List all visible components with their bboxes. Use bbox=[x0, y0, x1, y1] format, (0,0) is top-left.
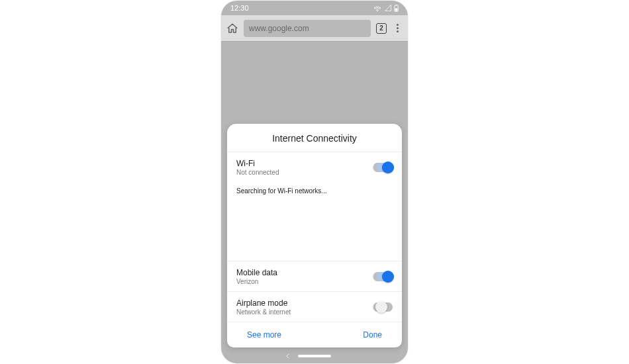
signal-icon bbox=[385, 5, 391, 11]
airplane-mode-row[interactable]: Airplane mode Network & internet bbox=[227, 291, 402, 322]
url-text: www.google.com bbox=[249, 24, 309, 33]
wifi-subtitle: Not connected bbox=[236, 169, 279, 176]
sheet-title: Internet Connectivity bbox=[227, 124, 402, 152]
back-icon[interactable] bbox=[285, 353, 291, 359]
see-more-button[interactable]: See more bbox=[247, 330, 281, 340]
battery-icon bbox=[394, 5, 399, 12]
mobile-data-title: Mobile data bbox=[236, 268, 277, 277]
wifi-row[interactable]: Wi-Fi Not connected bbox=[227, 152, 402, 182]
phone-frame: 12:30 www.google.com 2 Internet Connecti… bbox=[221, 1, 408, 363]
mobile-data-subtitle: Verizon bbox=[236, 278, 277, 285]
wifi-toggle[interactable] bbox=[373, 163, 393, 172]
internet-connectivity-sheet: Internet Connectivity Wi-Fi Not connecte… bbox=[227, 124, 402, 347]
tab-count: 2 bbox=[379, 24, 383, 32]
status-bar: 12:30 bbox=[221, 1, 408, 15]
sheet-actions: See more Done bbox=[227, 322, 402, 347]
mobile-data-row[interactable]: Mobile data Verizon bbox=[227, 261, 402, 291]
done-button[interactable]: Done bbox=[363, 330, 382, 340]
wifi-searching-text: Searching for Wi-Fi networks... bbox=[227, 182, 402, 261]
mobile-data-toggle[interactable] bbox=[373, 272, 393, 281]
system-nav-bar bbox=[221, 349, 408, 363]
airplane-toggle[interactable] bbox=[373, 302, 393, 312]
airplane-subtitle: Network & internet bbox=[236, 308, 291, 316]
wifi-title: Wi-Fi bbox=[236, 159, 279, 168]
airplane-title: Airplane mode bbox=[236, 298, 291, 308]
svg-rect-2 bbox=[395, 8, 398, 11]
home-pill[interactable] bbox=[298, 355, 331, 357]
wifi-icon bbox=[373, 5, 382, 11]
overflow-menu-icon[interactable] bbox=[392, 24, 403, 32]
tab-switcher[interactable]: 2 bbox=[376, 23, 387, 34]
status-icons bbox=[373, 5, 399, 12]
url-bar[interactable]: www.google.com bbox=[244, 20, 371, 37]
svg-rect-1 bbox=[395, 5, 397, 5]
home-icon[interactable] bbox=[226, 23, 238, 34]
browser-toolbar: www.google.com 2 bbox=[221, 15, 408, 42]
clock: 12:30 bbox=[230, 4, 249, 12]
